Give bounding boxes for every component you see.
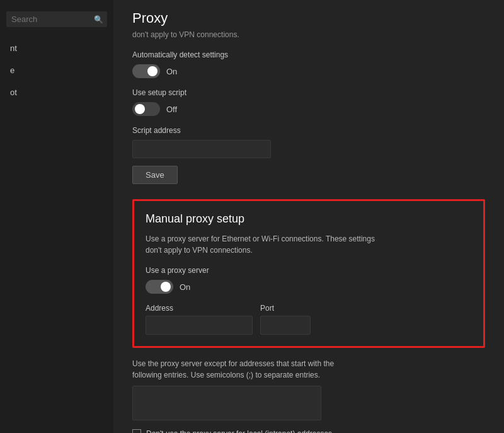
setup-script-toggle[interactable] [132,102,160,116]
use-proxy-toggle-row: On [146,280,472,294]
search-box[interactable]: 🔍 [6,11,107,27]
sidebar-item-e[interactable]: e [0,59,113,81]
page-title: Proxy [132,10,485,26]
sidebar-item-ot[interactable]: ot [0,81,113,103]
save-button-top[interactable]: Save [132,166,178,184]
search-input[interactable] [6,11,107,27]
port-input[interactable] [260,316,311,335]
auto-detect-toggle-row: On [132,64,485,78]
auto-detect-toggle[interactable] [132,64,160,78]
local-addresses-checkbox[interactable] [132,429,141,433]
manual-proxy-section: Manual proxy setup Use a proxy server fo… [132,199,485,348]
manual-proxy-description: Use a proxy server for Ethernet or Wi-Fi… [146,233,379,256]
script-address-label: Script address [132,126,485,135]
address-port-row: Address Port [146,304,472,335]
exceptions-textarea[interactable] [132,386,321,420]
address-input[interactable] [146,316,253,335]
setup-script-thumb [135,104,145,114]
use-proxy-toggle-label: On [180,282,190,292]
main-content: Proxy don't apply to VPN connections. Au… [113,0,504,433]
setup-script-toggle-row: Off [132,102,485,116]
auto-detect-label: Automatically detect settings [132,50,485,59]
local-addresses-checkbox-row: Don't use the proxy server for local (in… [132,429,485,433]
use-proxy-thumb [161,282,171,292]
script-address-input[interactable] [132,140,271,158]
setup-script-toggle-label: Off [166,105,177,114]
setup-script-label: Use setup script [132,88,485,97]
address-label: Address [146,304,253,313]
use-proxy-label: Use a proxy server [146,266,472,275]
auto-detect-toggle-label: On [166,67,177,76]
manual-proxy-title: Manual proxy setup [146,212,472,226]
local-addresses-label: Don't use the proxy server for local (in… [146,429,332,433]
auto-detect-thumb [147,66,158,76]
port-field-group: Port [260,304,311,335]
sidebar: 🔍 nt e ot [0,0,113,433]
use-proxy-toggle[interactable] [146,280,173,294]
search-icon: 🔍 [94,15,103,24]
port-label: Port [260,304,311,313]
sidebar-item-nt[interactable]: nt [0,37,113,59]
exceptions-description: Use the proxy server except for addresse… [132,358,365,381]
address-field-group: Address [146,304,253,335]
page-subtitle: don't apply to VPN connections. [132,30,485,39]
